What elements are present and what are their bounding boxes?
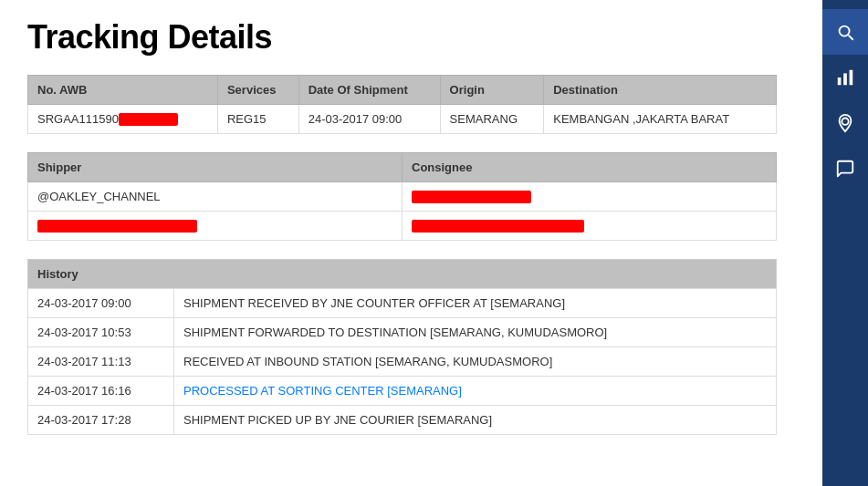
- svg-rect-2: [850, 70, 853, 86]
- history-datetime-5: 24-03-2017 17:28: [28, 406, 174, 435]
- chat-icon: [835, 159, 855, 179]
- consignee-address: XXXXXXXXXXXXXXXXXXXXXXXXX: [403, 212, 777, 241]
- svg-rect-0: [838, 78, 842, 85]
- parties-address-row: XXXXXXXXXXXXXXXXXXXXXXX XXXXXXXXXXXXXXXX…: [28, 212, 777, 241]
- col-header-origin: Origin: [440, 76, 544, 105]
- consignee-header: Consignee: [403, 153, 777, 182]
- cell-services: REG15: [217, 105, 298, 134]
- history-item-1: 24-03-2017 09:00 SHIPMENT RECEIVED BY JN…: [28, 289, 777, 318]
- cell-awb: SRGAA111590XXXXXXXX: [28, 105, 218, 134]
- shipment-row: SRGAA111590XXXXXXXX REG15 24-03-2017 09:…: [28, 105, 777, 134]
- history-header-row: History: [28, 260, 777, 289]
- history-desc-5: SHIPMENT PICKED UP BY JNE COURIER [SEMAR…: [174, 406, 777, 435]
- history-item-4: 24-03-2017 16:16 PROCESSED AT SORTING CE…: [28, 377, 777, 406]
- shipper-name: @OAKLEY_CHANNEL: [28, 182, 403, 212]
- svg-point-3: [842, 119, 848, 125]
- history-desc-1: SHIPMENT RECEIVED BY JNE COUNTER OFFICER…: [174, 289, 777, 318]
- main-content: Tracking Details No. AWB Services Date O…: [0, 0, 822, 486]
- cell-origin: SEMARANG: [440, 105, 544, 134]
- history-table: History 24-03-2017 09:00 SHIPMENT RECEIV…: [27, 259, 777, 435]
- parties-name-row: @OAKLEY_CHANNEL XXXXXXXXXXXXXXXXX: [28, 182, 777, 212]
- shipper-address-redacted: XXXXXXXXXXXXXXXXXXXXXXX: [37, 220, 197, 233]
- consignee-name-redacted: XXXXXXXXXXXXXXXXX: [412, 191, 531, 203]
- history-item-5: 24-03-2017 17:28 SHIPMENT PICKED UP BY J…: [28, 406, 777, 435]
- col-header-date: Date Of Shipment: [298, 76, 440, 105]
- cell-destination: KEMBANGAN ,JAKARTA BARAT: [544, 105, 777, 134]
- shipment-table: No. AWB Services Date Of Shipment Origin…: [27, 75, 777, 134]
- col-header-destination: Destination: [544, 76, 777, 105]
- history-desc-2: SHIPMENT FORWARDED TO DESTINATION [SEMAR…: [174, 318, 777, 347]
- shipper-address: XXXXXXXXXXXXXXXXXXXXXXX: [28, 212, 403, 241]
- consignee-name: XXXXXXXXXXXXXXXXX: [403, 182, 777, 212]
- history-desc-3: RECEIVED AT INBOUND STATION [SEMARANG, K…: [174, 347, 777, 377]
- shipper-header: Shipper: [28, 153, 403, 182]
- sidebar-search-button[interactable]: [822, 9, 868, 55]
- chart-icon: [835, 67, 855, 88]
- cell-date: 24-03-2017 09:00: [298, 105, 440, 134]
- awb-redacted: XXXXXXXX: [119, 113, 178, 126]
- search-icon: [835, 22, 855, 42]
- history-item-3: 24-03-2017 11:13 RECEIVED AT INBOUND STA…: [28, 347, 777, 377]
- page-title: Tracking Details: [27, 18, 777, 57]
- sidebar-map-button[interactable]: [822, 100, 868, 146]
- history-datetime-4: 24-03-2017 16:16: [28, 377, 174, 406]
- consignee-address-redacted: XXXXXXXXXXXXXXXXXXXXXXXXX: [412, 220, 584, 233]
- col-header-awb: No. AWB: [28, 76, 218, 105]
- parties-table: Shipper Consignee @OAKLEY_CHANNEL XXXXXX…: [27, 152, 777, 241]
- map-icon: [835, 113, 855, 133]
- history-datetime-1: 24-03-2017 09:00: [28, 289, 174, 318]
- history-section-title: History: [28, 260, 777, 289]
- history-item-2: 24-03-2017 10:53 SHIPMENT FORWARDED TO D…: [28, 318, 777, 347]
- page-container: Tracking Details No. AWB Services Date O…: [0, 0, 868, 486]
- awb-prefix: SRGAA111590: [37, 112, 119, 126]
- history-datetime-2: 24-03-2017 10:53: [28, 318, 174, 347]
- sidebar-chat-button[interactable]: [822, 146, 868, 191]
- sidebar-chart-button[interactable]: [822, 55, 868, 100]
- history-desc-4: PROCESSED AT SORTING CENTER [SEMARANG]: [174, 377, 777, 406]
- svg-rect-1: [843, 73, 847, 85]
- history-datetime-3: 24-03-2017 11:13: [28, 347, 174, 377]
- sidebar: [822, 0, 868, 486]
- col-header-services: Services: [217, 76, 298, 105]
